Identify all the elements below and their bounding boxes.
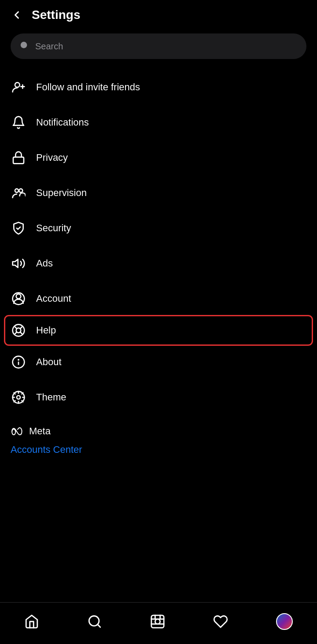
menu-item-supervision[interactable]: Supervision: [11, 175, 306, 211]
svg-point-34: [155, 619, 160, 624]
lock-icon: [11, 150, 26, 166]
account-icon: [11, 291, 26, 307]
menu-label-notifications: Notifications: [36, 117, 89, 128]
svg-line-32: [97, 625, 100, 627]
nav-reels[interactable]: [147, 611, 169, 633]
svg-point-6: [15, 189, 18, 192]
search-bar[interactable]: Search: [11, 33, 306, 59]
meta-section: Meta Accounts Center: [0, 415, 317, 464]
header: Settings: [0, 0, 317, 26]
svg-marker-8: [13, 259, 18, 268]
menu-label-theme: Theme: [36, 392, 66, 403]
nav-search[interactable]: [84, 611, 106, 633]
add-person-icon: [11, 79, 26, 95]
menu-item-notifications[interactable]: Notifications: [11, 105, 306, 140]
avatar: [276, 613, 293, 630]
svg-line-13: [15, 326, 17, 329]
security-icon: [11, 220, 26, 236]
accounts-center-link[interactable]: Accounts Center: [11, 440, 306, 459]
back-button[interactable]: [11, 9, 23, 21]
svg-rect-33: [151, 615, 164, 628]
nav-profile[interactable]: [273, 610, 296, 633]
menu-label-security: Security: [36, 222, 71, 234]
menu-item-privacy[interactable]: Privacy: [11, 140, 306, 175]
menu-item-theme[interactable]: Theme: [11, 380, 306, 415]
search-container: Search: [0, 26, 317, 70]
svg-point-30: [12, 429, 15, 435]
svg-line-15: [20, 326, 23, 329]
meta-logo-row: Meta: [11, 426, 306, 437]
svg-line-1: [26, 47, 28, 49]
menu-item-about[interactable]: About: [11, 344, 306, 380]
theme-icon: [11, 389, 26, 405]
svg-line-16: [15, 332, 17, 335]
menu-label-follow-invite: Follow and invite friends: [36, 81, 140, 93]
nav-favorites[interactable]: [210, 611, 232, 633]
search-placeholder: Search: [35, 41, 63, 52]
supervision-icon: [11, 185, 26, 201]
ads-icon: [11, 255, 26, 271]
menu-label-ads: Ads: [36, 258, 53, 269]
search-icon: [19, 41, 29, 52]
svg-point-9: [16, 294, 21, 299]
menu-item-follow-invite[interactable]: Follow and invite friends: [11, 70, 306, 105]
menu-label-supervision: Supervision: [36, 187, 87, 199]
meta-logo-text: Meta: [29, 426, 51, 437]
about-icon: [11, 354, 26, 370]
svg-point-0: [21, 42, 27, 48]
menu-item-security[interactable]: Security: [11, 211, 306, 246]
help-icon: [11, 322, 26, 338]
page-title: Settings: [32, 8, 80, 22]
svg-point-21: [17, 396, 20, 399]
menu-item-help[interactable]: Help: [5, 316, 312, 344]
menu-label-help: Help: [36, 325, 56, 336]
meta-logo-icon: [11, 427, 25, 436]
menu-item-ads[interactable]: Ads: [11, 246, 306, 281]
svg-point-7: [19, 189, 22, 192]
menu-label-about: About: [36, 356, 62, 368]
nav-home[interactable]: [21, 611, 43, 633]
menu-label-account: Account: [36, 293, 71, 304]
bottom-nav: [0, 602, 317, 644]
menu-item-account[interactable]: Account: [11, 281, 306, 316]
svg-rect-5: [13, 157, 24, 164]
svg-line-14: [20, 332, 23, 335]
menu-list: Follow and invite friends Notifications …: [0, 70, 317, 415]
svg-point-2: [15, 82, 20, 87]
bell-icon: [11, 115, 26, 130]
menu-label-privacy: Privacy: [36, 152, 68, 163]
